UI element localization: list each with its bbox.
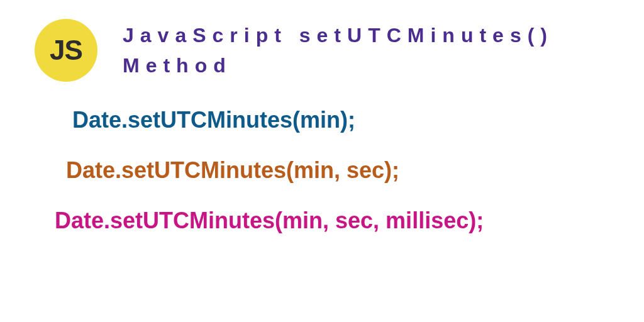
signature-one: Date.setUTCMinutes(min);	[72, 107, 644, 133]
js-logo-badge: JS	[35, 19, 97, 82]
method-signatures: Date.setUTCMinutes(min); Date.setUTCMinu…	[0, 82, 644, 234]
signature-three: Date.setUTCMinutes(min, sec, millisec);	[55, 208, 644, 234]
header: JS JavaScript setUTCMinutes() Method	[0, 0, 644, 82]
js-logo-text: JS	[50, 35, 82, 66]
signature-two: Date.setUTCMinutes(min, sec);	[66, 157, 644, 184]
page-title: JavaScript setUTCMinutes() Method	[123, 20, 644, 80]
